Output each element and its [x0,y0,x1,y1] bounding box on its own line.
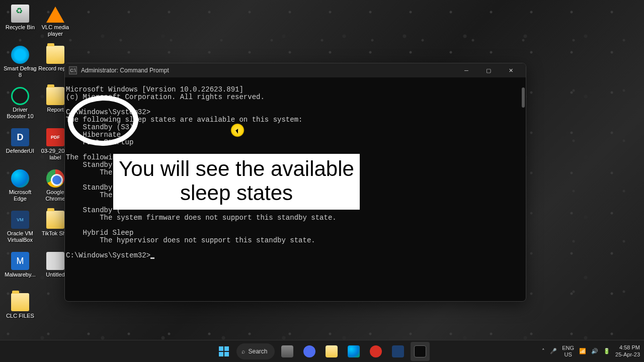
cmd-line: The s [66,168,121,176]
driver-booster-icon[interactable]: Driver Booster 10 [3,85,38,126]
recycle-bin-icon[interactable]: Recycle Bin [3,3,38,44]
search-box[interactable]: ⌕ Search [236,343,274,359]
edge-browser-icon [11,169,29,188]
cube-icon [392,345,404,357]
cmd-line: C:\Windows\System32> [66,108,150,116]
folder-icon [11,293,29,311]
close-button[interactable]: ✕ [500,63,522,77]
clc-folder-icon[interactable]: CLC FILES [3,291,38,332]
taskbar-center: ⌕ Search [214,342,429,361]
folder-icon [46,211,64,229]
circle-icon [11,87,29,105]
cmd-line: Fast Startup [66,138,133,146]
windows-logo-icon [219,346,229,356]
cmd-line: Standby ( [66,161,121,169]
cmd-line: The s [66,191,121,199]
minimize-button[interactable]: ─ [455,63,477,77]
bin-icon [11,5,29,23]
taskbar-app-booster[interactable] [366,342,385,361]
cmd-line: The following sleep states are available… [66,116,302,124]
chat-icon [303,345,315,357]
cmd-line: The hypervisor does not support this sta… [66,236,315,244]
scrollbar[interactable] [522,87,525,108]
clock[interactable]: 4:58 PM 25-Apr-23 [615,344,640,357]
taskbar-app-chat[interactable] [300,342,319,361]
virtualbox-icon[interactable]: VMOracle VM VirtualBox [3,209,38,250]
cmd-line: Standby (S3) [66,123,133,131]
maximize-button[interactable]: ▢ [477,63,500,77]
disc-icon [11,46,29,64]
cmd-line: Microsoft Windows [Version 10.0.22623.89… [66,85,244,94]
start-button[interactable] [214,342,233,361]
cmd-titlebar[interactable]: C:\ Administrator: Command Prompt ─ ▢ ✕ [65,63,526,77]
edge-icon[interactable]: Microsoft Edge [3,167,38,209]
folder-icon [46,87,64,105]
search-label: Search [248,348,267,355]
taskbar-tray: ˄ 🎤 ENG US 📶 🔊 🔋 4:58 PM 25-Apr-23 [542,344,640,357]
terminal-icon [414,345,426,357]
task-view-button[interactable] [278,342,297,361]
cmd-line: Standby ( [66,206,121,214]
cursor-highlight-icon [230,123,245,137]
taskview-icon [281,345,293,357]
taskbar-app-explorer[interactable] [322,342,341,361]
taskbar-app-cmd[interactable] [411,342,430,361]
annotation-box: You will see the available sleep states [113,154,360,210]
overflow-button[interactable]: ˄ [542,348,545,354]
defenderui-icon[interactable]: DDefenderUI [3,126,38,167]
battery-icon[interactable]: 🔋 [603,348,610,354]
cmd-line: Hibernate [66,131,121,139]
language-indicator[interactable]: ENG US [562,345,574,357]
cmd-line: C:\Windows\System32> [66,251,150,259]
search-icon: ⌕ [242,348,245,355]
volume-icon[interactable]: 🔊 [591,348,598,354]
cube-icon: VM [11,211,29,229]
cone-icon [46,5,64,23]
taskbar-app-vbox[interactable] [388,342,408,361]
vlc-icon[interactable]: VLC media player [38,3,73,44]
pdf-icon: PDF [46,128,64,146]
desktop: Recycle Bin VLC media player Smart Defra… [0,0,644,362]
folder-icon [46,46,64,64]
edge-browser-icon [348,345,360,357]
folder-icon [326,345,338,357]
mic-icon[interactable]: 🎤 [550,348,557,354]
taskbar-app-edge[interactable] [344,342,363,361]
cmd-line: The system firmware does not support thi… [66,214,337,222]
file-icon [46,252,64,270]
smart-defrag-icon[interactable]: Smart Defrag 8 [3,44,38,85]
cmd-line: Standby ( [66,184,121,192]
cmd-title: Administrator: Command Prompt [81,67,169,74]
malwarebytes-icon[interactable]: MMalwareby... [3,250,38,291]
taskbar[interactable]: ⌕ Search ˄ 🎤 ENG US 📶 🔊 🔋 [0,340,644,362]
cmd-line: (c) Microsoft Corporation. All rights re… [66,93,265,101]
terminal-icon: C:\ [69,66,77,74]
cmd-line: Hybrid Sleep [66,229,133,237]
gear-icon [370,345,382,357]
shield-icon: D [11,128,29,146]
text-cursor [150,257,154,259]
tray-icons[interactable]: 🎤 ENG US 📶 🔊 🔋 [550,345,610,357]
app-icon: M [11,252,29,270]
wifi-icon[interactable]: 📶 [579,348,586,354]
chrome-browser-icon [46,169,64,188]
